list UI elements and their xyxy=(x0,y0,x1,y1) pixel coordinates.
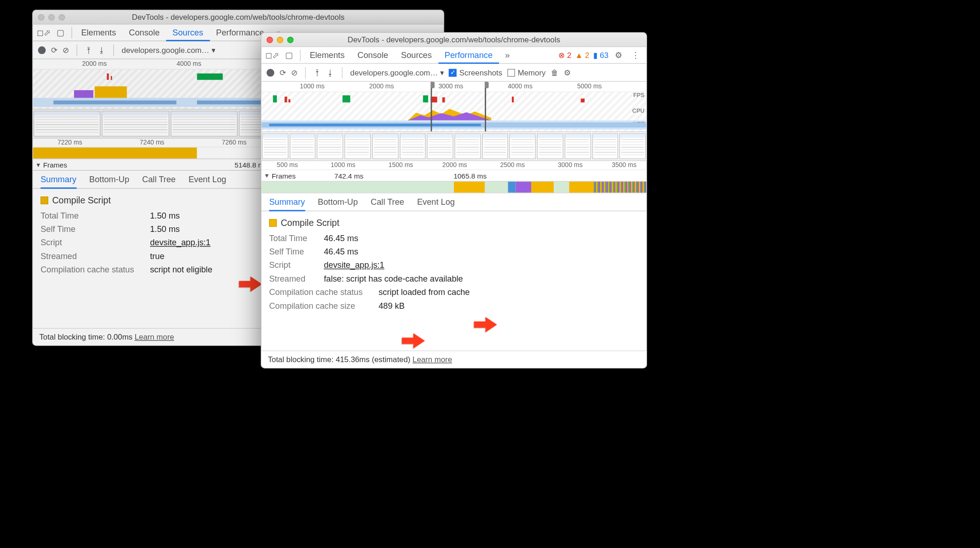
tick: 5000 ms xyxy=(577,82,602,89)
recording-dropdown[interactable]: developers.google.com… ▾ xyxy=(350,68,444,77)
screenshot-thumb[interactable] xyxy=(619,133,646,159)
checkbox-icon[interactable] xyxy=(507,69,515,76)
tick: 1000 ms xyxy=(300,82,325,89)
screenshot-thumb[interactable] xyxy=(427,133,453,159)
screenshot-thumb[interactable] xyxy=(171,111,238,137)
titlebar[interactable]: DevTools - developers.google.com/web/too… xyxy=(261,33,646,47)
detail-ruler[interactable]: 500 ms 1000 ms 1500 ms 2000 ms 2500 ms 3… xyxy=(261,161,646,170)
script-link[interactable]: devsite_app.js:1 xyxy=(150,238,211,248)
zoom-icon[interactable] xyxy=(287,36,293,43)
screenshot-thumb[interactable] xyxy=(102,111,169,137)
titlebar[interactable]: DevTools - developers.google.com/web/too… xyxy=(33,10,443,24)
info-badge[interactable]: ▮ 63 xyxy=(593,51,608,60)
tab-console[interactable]: Console xyxy=(122,24,166,40)
reload-icon[interactable]: ⟳ xyxy=(280,68,286,77)
tab-sources[interactable]: Sources xyxy=(395,47,438,63)
collapse-icon[interactable]: ▼ xyxy=(264,173,269,179)
tab-sources[interactable]: Sources xyxy=(166,25,210,41)
tab-summary[interactable]: Summary xyxy=(269,194,305,211)
bottom-tabs: Summary Bottom-Up Call Tree Event Log xyxy=(261,193,646,211)
clear-icon[interactable]: ⊘ xyxy=(291,68,298,77)
record-button[interactable] xyxy=(38,46,46,54)
close-icon[interactable] xyxy=(38,14,45,20)
tab-console[interactable]: Console xyxy=(351,47,395,63)
clear-icon[interactable]: ⊘ xyxy=(63,46,69,55)
checkbox-icon[interactable]: ✓ xyxy=(449,69,457,76)
recording-dropdown[interactable]: developers.google.com… ▾ xyxy=(122,46,216,55)
warning-badge[interactable]: ▲ 2 xyxy=(575,51,590,60)
traffic-lights[interactable] xyxy=(267,36,294,43)
learn-more-link[interactable]: Learn more xyxy=(135,332,174,341)
value-cache-size: 489 kB xyxy=(378,301,405,311)
traffic-lights[interactable] xyxy=(38,14,65,20)
tab-elements[interactable]: Elements xyxy=(303,47,351,63)
screenshot-thumb[interactable] xyxy=(454,133,481,159)
device-toggle-icon[interactable]: ▢ xyxy=(281,50,297,60)
tick: 7260 ms xyxy=(222,138,246,145)
overview-ruler[interactable]: 1000 ms 2000 ms 3000 ms 4000 ms 5000 ms xyxy=(261,82,646,92)
inspect-icon[interactable]: ◻⬀ xyxy=(264,50,281,60)
tab-performance[interactable]: Performance xyxy=(438,47,499,63)
tab-call-tree[interactable]: Call Tree xyxy=(371,193,404,211)
separator xyxy=(300,49,300,61)
gc-icon[interactable]: 🗑 xyxy=(551,68,559,77)
collapse-icon[interactable]: ▼ xyxy=(35,162,41,168)
tick: 1000 ms xyxy=(331,161,355,168)
capture-settings-icon[interactable]: ⚙ xyxy=(564,68,571,77)
screenshot-thumb[interactable] xyxy=(565,133,591,159)
filmstrip[interactable] xyxy=(261,132,646,161)
tab-event-log[interactable]: Event Log xyxy=(189,171,226,188)
device-toggle-icon[interactable]: ▢ xyxy=(52,28,69,37)
overview-pane[interactable]: FPS CPU NET xyxy=(261,92,646,132)
script-link[interactable]: devsite_app.js:1 xyxy=(324,260,384,270)
separator xyxy=(113,44,114,56)
screenshot-thumb[interactable] xyxy=(317,133,343,159)
zoom-icon[interactable] xyxy=(58,14,65,20)
close-icon[interactable] xyxy=(267,36,273,43)
screenshot-thumb[interactable] xyxy=(592,133,618,159)
screenshot-thumb[interactable] xyxy=(482,133,508,159)
label-total-time: Total Time xyxy=(269,233,317,243)
label-self-time: Self Time xyxy=(269,247,317,256)
screenshot-thumb[interactable] xyxy=(262,133,288,159)
memory-toggle[interactable]: Memory xyxy=(507,68,545,77)
tab-call-tree[interactable]: Call Tree xyxy=(142,171,176,188)
tab-bottom-up[interactable]: Bottom-Up xyxy=(89,171,129,188)
error-badge[interactable]: ⊗ 2 xyxy=(558,51,571,60)
range-handle[interactable] xyxy=(485,82,488,88)
reload-icon[interactable]: ⟳ xyxy=(51,46,57,55)
category-swatch xyxy=(40,196,48,204)
settings-icon[interactable]: ⚙ xyxy=(610,50,627,60)
screenshot-thumb[interactable] xyxy=(372,133,398,159)
save-profile-icon[interactable]: ⭳ xyxy=(98,46,106,55)
label-cache-status: Compilation cache status xyxy=(269,287,372,297)
frames-label: Frames xyxy=(43,161,67,168)
value-streamed: false: script has code-cache available xyxy=(324,274,463,283)
tab-event-log[interactable]: Event Log xyxy=(417,193,455,211)
annotation-arrow-icon xyxy=(239,276,262,296)
screenshot-thumb[interactable] xyxy=(344,133,371,159)
screenshot-thumb[interactable] xyxy=(290,133,316,159)
frames-row[interactable]: ▼ Frames 742.4 ms 1065.8 ms xyxy=(261,170,646,182)
screenshot-thumb[interactable] xyxy=(537,133,563,159)
record-button[interactable] xyxy=(267,69,275,76)
tab-bottom-up[interactable]: Bottom-Up xyxy=(318,193,358,211)
screenshots-toggle[interactable]: ✓ Screenshots xyxy=(449,68,502,77)
minimize-icon[interactable] xyxy=(277,36,283,43)
screenshot-thumb[interactable] xyxy=(34,111,101,137)
range-handle[interactable] xyxy=(431,82,435,88)
load-profile-icon[interactable]: ⭱ xyxy=(314,68,321,77)
save-profile-icon[interactable]: ⭳ xyxy=(327,68,334,77)
kebab-icon[interactable]: ⋮ xyxy=(627,50,644,60)
flame-strip[interactable] xyxy=(261,182,646,193)
screenshot-thumb[interactable] xyxy=(510,133,536,159)
screenshot-thumb[interactable] xyxy=(400,133,426,159)
inspect-icon[interactable]: ◻⬀ xyxy=(35,28,52,37)
separator xyxy=(305,67,306,78)
minimize-icon[interactable] xyxy=(48,14,55,20)
learn-more-link[interactable]: Learn more xyxy=(413,355,452,364)
tab-elements[interactable]: Elements xyxy=(75,24,122,40)
load-profile-icon[interactable]: ⭱ xyxy=(85,46,93,55)
tab-summary[interactable]: Summary xyxy=(40,171,76,189)
more-tabs-icon[interactable]: » xyxy=(499,50,516,60)
